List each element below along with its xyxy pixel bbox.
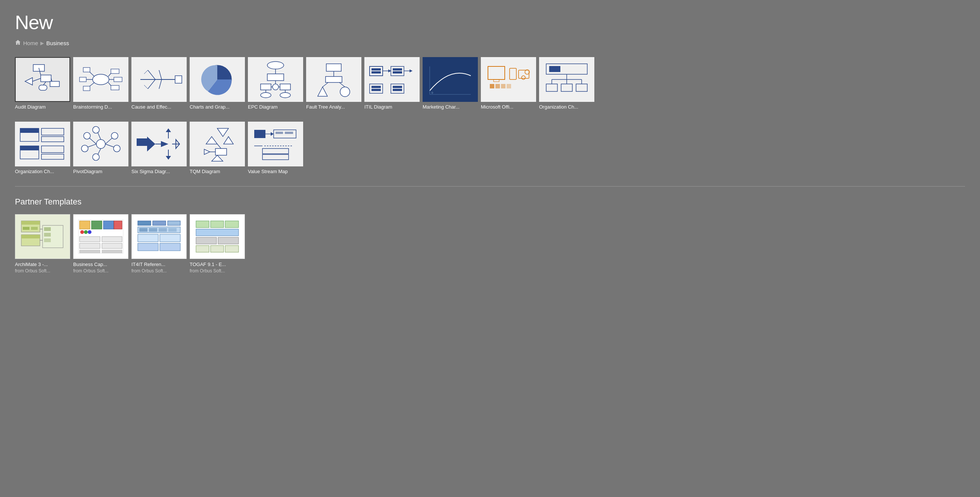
template-brainstorming[interactable]: Brainstorming D... <box>73 57 129 110</box>
svg-rect-171 <box>153 221 166 225</box>
template-fault[interactable]: Fault Tree Analy... <box>306 57 361 110</box>
template-microsoft[interactable]: Microsoft Offi... <box>481 57 536 110</box>
svg-rect-96 <box>41 129 64 135</box>
svg-rect-80 <box>501 84 506 89</box>
template-tqm[interactable]: TQM Diagram <box>190 122 245 174</box>
svg-rect-156 <box>80 221 90 229</box>
svg-rect-52 <box>370 67 383 76</box>
svg-rect-165 <box>80 243 100 249</box>
template-orgchart2[interactable]: Organization Ch... <box>15 122 70 174</box>
template-label-fault: Fault Tree Analy... <box>306 104 361 110</box>
svg-rect-66 <box>391 84 404 93</box>
svg-rect-146 <box>31 227 38 230</box>
svg-rect-55 <box>371 71 381 73</box>
breadcrumb-home-link[interactable]: Home <box>23 40 38 46</box>
template-thumb-marketing: 0 <box>423 57 478 102</box>
template-thumb-orgchart1 <box>539 57 594 102</box>
svg-marker-131 <box>224 137 233 144</box>
svg-rect-78 <box>490 84 494 89</box>
svg-point-113 <box>113 145 120 152</box>
svg-line-27 <box>159 79 162 89</box>
template-orgchart1[interactable]: Organization Ch... <box>539 57 594 110</box>
breadcrumb-current: Business <box>46 40 69 46</box>
template-togaf[interactable]: TOGAF 9.1 - E... from Orbus Soft... <box>190 214 245 274</box>
svg-rect-75 <box>493 79 499 82</box>
template-label-audit: Audit Diagram <box>15 104 70 110</box>
template-label-orgchart1: Organization Ch... <box>539 104 594 110</box>
svg-rect-21 <box>111 86 119 90</box>
template-audit[interactable]: Audit Diagram <box>15 57 70 110</box>
svg-rect-150 <box>44 227 51 231</box>
template-it4it[interactable]: IT4IT Referen... from Orbus Soft... <box>131 214 187 274</box>
template-cause[interactable]: Cause and Effec... <box>131 57 187 110</box>
svg-rect-144 <box>21 221 40 225</box>
svg-rect-190 <box>210 246 224 252</box>
svg-rect-97 <box>41 137 64 142</box>
template-archimate[interactable]: ArchiMate 3 -... from Orbus Soft... <box>15 214 70 274</box>
svg-rect-69 <box>428 63 473 96</box>
template-label-epc: EPC Diagram <box>248 104 303 110</box>
section-divider <box>15 186 965 187</box>
partner-section-title: Partner Templates <box>15 197 965 207</box>
svg-rect-174 <box>139 228 148 232</box>
template-thumb-valuestream <box>248 122 303 167</box>
template-businesscap[interactable]: Business Cap... from Orbus Soft... <box>73 214 129 274</box>
svg-rect-65 <box>371 89 381 91</box>
partner-label-archimate: ArchiMate 3 -... from Orbus Soft... <box>15 261 70 274</box>
template-label-microsoft: Microsoft Offi... <box>481 104 536 110</box>
svg-text:0: 0 <box>431 91 433 94</box>
svg-rect-73 <box>488 67 505 79</box>
svg-line-26 <box>148 79 155 89</box>
template-epc[interactable]: EPC Diagram <box>248 57 303 110</box>
svg-rect-76 <box>510 68 516 79</box>
svg-point-102 <box>96 140 105 149</box>
svg-marker-135 <box>270 132 274 136</box>
svg-rect-81 <box>507 84 511 89</box>
svg-line-29 <box>144 85 148 89</box>
svg-rect-45 <box>326 64 341 71</box>
svg-rect-91 <box>546 84 557 91</box>
svg-rect-47 <box>326 76 342 83</box>
svg-rect-17 <box>111 69 119 73</box>
svg-point-109 <box>84 132 90 139</box>
template-itil[interactable]: ITIL Diagram <box>364 57 420 110</box>
svg-point-111 <box>92 127 99 133</box>
svg-point-36 <box>272 84 278 90</box>
template-thumb-microsoft <box>481 57 536 102</box>
svg-point-43 <box>261 92 271 98</box>
svg-rect-93 <box>576 84 587 91</box>
partner-templates-grid: ArchiMate 3 -... from Orbus Soft... <box>15 214 965 274</box>
svg-rect-172 <box>168 221 180 225</box>
svg-rect-34 <box>267 74 284 81</box>
page-title: New <box>15 11 965 33</box>
svg-rect-59 <box>393 68 402 70</box>
template-label-sixsigma: Six Sigma Diagr... <box>131 169 187 174</box>
svg-line-28 <box>144 70 148 74</box>
template-pivot[interactable]: PivotDiagram <box>73 122 129 174</box>
svg-rect-7 <box>50 81 59 87</box>
svg-rect-184 <box>210 221 224 228</box>
template-label-cause: Cause and Effec... <box>131 104 187 110</box>
svg-marker-62 <box>410 70 412 72</box>
svg-rect-145 <box>23 227 30 230</box>
partner-label-togaf: TOGAF 9.1 - E... from Orbus Soft... <box>190 261 245 274</box>
template-sixsigma[interactable]: Six Sigma Diagr... <box>131 122 187 174</box>
svg-line-5 <box>32 78 41 81</box>
template-thumb-brainstorming <box>73 57 129 102</box>
svg-rect-187 <box>196 237 216 244</box>
template-thumb-tqm <box>190 122 245 167</box>
template-thumb-orgchart2 <box>15 122 70 167</box>
svg-point-112 <box>111 132 118 139</box>
breadcrumb-separator: ▶ <box>40 40 44 46</box>
svg-point-160 <box>80 230 84 234</box>
template-charts[interactable]: Charts and Grap... <box>190 57 245 110</box>
svg-line-24 <box>148 70 155 79</box>
template-marketing[interactable]: 0 Marketing Char... <box>423 57 478 110</box>
svg-point-114 <box>92 154 99 160</box>
template-label-itil: ITIL Diagram <box>364 104 420 110</box>
template-valuestream[interactable]: Value Stream Map <box>248 122 303 174</box>
svg-line-25 <box>159 70 162 79</box>
template-thumb-epc <box>248 57 303 102</box>
svg-rect-74 <box>488 67 505 79</box>
svg-marker-2 <box>25 78 32 85</box>
